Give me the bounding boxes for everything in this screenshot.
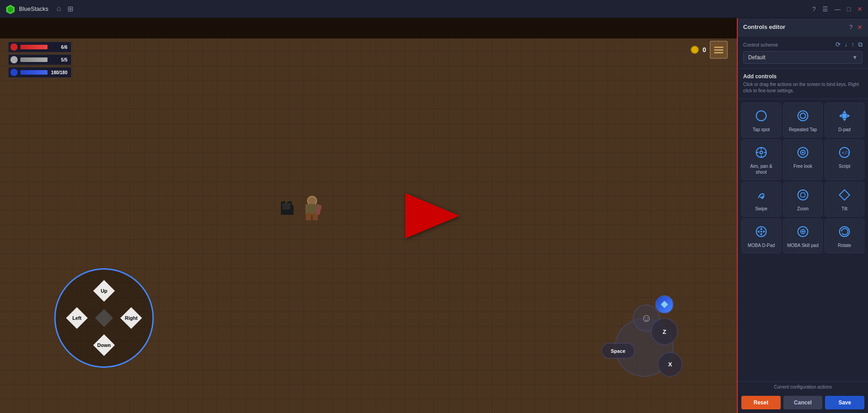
- sp-fill-container: [20, 57, 47, 62]
- free-look-icon: [795, 144, 811, 161]
- svg-marker-26: [760, 233, 763, 236]
- game-viewport: 6/6 5/5 180/180 0: [0, 18, 737, 413]
- hp-fill-container: [20, 45, 47, 49]
- controls-grid: Tap spot Repeated Tap: [738, 99, 868, 381]
- panel-help-icon[interactable]: ?: [849, 24, 853, 31]
- dpad-circle: Up Down Left Right: [54, 268, 154, 368]
- scheme-download-icon[interactable]: ↓: [844, 41, 848, 48]
- cat-character: [280, 199, 294, 218]
- svg-point-3: [756, 111, 766, 121]
- rotate-icon: [836, 223, 853, 240]
- svg-marker-9: [847, 114, 850, 118]
- svg-point-22: [798, 190, 808, 200]
- svg-text:</>: </>: [842, 150, 850, 155]
- svg-marker-8: [839, 114, 842, 118]
- app-name: BlueStacks: [19, 5, 48, 12]
- dpad-up-button[interactable]: Up: [93, 280, 115, 302]
- save-button[interactable]: Save: [825, 396, 864, 409]
- bag-line-1: [714, 47, 723, 48]
- repeated-tap-label: Repeated Tap: [789, 127, 817, 133]
- menu-button[interactable]: ☰: [822, 5, 828, 13]
- control-item-d-pad[interactable]: D-pad: [825, 103, 864, 138]
- panel-close-icon[interactable]: ✕: [857, 24, 863, 31]
- close-button[interactable]: ✕: [857, 5, 863, 13]
- svg-marker-35: [840, 230, 842, 232]
- bag-icon[interactable]: [710, 41, 728, 59]
- scheme-copy-icon[interactable]: ⧉: [858, 41, 863, 48]
- tilt-icon: [836, 187, 853, 203]
- dpad-right-button[interactable]: Right: [120, 307, 142, 329]
- hud-topleft: 6/6 5/5 180/180: [8, 42, 71, 78]
- svg-marker-2: [661, 301, 668, 308]
- action-x-button[interactable]: X: [658, 352, 683, 377]
- sp-bar: 5/5: [8, 54, 71, 65]
- aim-pan-shoot-label: Aim, pan & shoot: [745, 163, 778, 175]
- dpad-cross: Up Down Left Right: [77, 291, 131, 345]
- scheme-upload-icon[interactable]: ⟳: [835, 41, 841, 48]
- script-label: Script: [839, 163, 850, 169]
- minimize-button[interactable]: —: [835, 5, 841, 13]
- control-item-tilt[interactable]: Tilt: [825, 182, 864, 217]
- svg-point-4: [798, 111, 808, 121]
- scheme-share-icon[interactable]: ↑: [851, 41, 854, 48]
- moba-skill-icon: [795, 223, 811, 240]
- control-item-rotate[interactable]: Rotate: [825, 218, 864, 253]
- dpad-left-button[interactable]: Left: [66, 307, 88, 329]
- zoom-label: Zoom: [797, 206, 809, 212]
- help-button[interactable]: ?: [812, 5, 816, 13]
- nav-icons: ⌂ ⊞: [57, 5, 73, 13]
- svg-marker-7: [843, 119, 846, 121]
- add-controls-section: Add controls Click or drag the actions o…: [738, 69, 868, 99]
- control-item-zoom[interactable]: Zoom: [783, 182, 823, 217]
- control-item-moba-dpad[interactable]: MOBA D-Pad: [741, 218, 781, 253]
- control-item-aim-pan-shoot[interactable]: Aim, pan & shoot: [741, 139, 781, 180]
- sp-fill: [20, 57, 47, 62]
- control-item-repeated-tap[interactable]: Repeated Tap: [783, 103, 823, 138]
- svg-point-16: [760, 151, 763, 154]
- cancel-button[interactable]: Cancel: [783, 396, 823, 409]
- add-controls-title: Add controls: [743, 73, 863, 80]
- action-blue-item[interactable]: [655, 295, 674, 313]
- player-character: [304, 196, 321, 218]
- current-config-label: Current configuration actions: [738, 382, 868, 392]
- control-item-swipe[interactable]: Swipe: [741, 182, 781, 217]
- action-space-button[interactable]: Space: [601, 343, 635, 359]
- svg-marker-25: [760, 228, 763, 230]
- script-icon: </>: [836, 144, 853, 161]
- red-arrow: [405, 193, 460, 238]
- control-item-tap-spot[interactable]: Tap spot: [741, 103, 781, 138]
- arrow-shape: [405, 193, 460, 238]
- moba-skill-label: MOBA Skill pad: [787, 242, 818, 248]
- grid-icon[interactable]: ⊞: [67, 5, 73, 13]
- mp-text: 180/180: [50, 70, 67, 75]
- control-item-script[interactable]: </> Script: [825, 139, 864, 180]
- repeated-tap-icon: [795, 108, 811, 124]
- game-top-strip: [0, 18, 737, 38]
- swipe-icon: [753, 187, 769, 203]
- moba-dpad-icon: [753, 223, 769, 240]
- action-z-button[interactable]: Z: [651, 318, 678, 345]
- action-btn-container: ☺ Z Space X: [601, 295, 692, 386]
- scheme-value: Default: [748, 54, 765, 61]
- control-item-free-look[interactable]: Free look: [783, 139, 823, 180]
- coin-icon: [691, 46, 699, 54]
- control-item-moba-skill[interactable]: MOBA Skill pad: [783, 218, 823, 253]
- svg-marker-6: [843, 110, 846, 113]
- bag-line-3: [714, 52, 723, 53]
- maximize-button[interactable]: □: [847, 5, 851, 13]
- dpad-down-button[interactable]: Down: [93, 334, 115, 356]
- hp-text: 6/6: [50, 45, 67, 50]
- mana-icon: [10, 69, 18, 76]
- controls-panel-header: Controls editor ? ✕: [738, 18, 868, 36]
- action-btn-grid: ☺ Z Space X: [601, 295, 692, 386]
- rotate-label: Rotate: [838, 242, 851, 248]
- game-topright-hud: 0: [691, 41, 728, 59]
- reset-button[interactable]: Reset: [741, 396, 781, 409]
- home-icon[interactable]: ⌂: [57, 5, 61, 13]
- dpad-container[interactable]: Up Down Left Right: [54, 268, 154, 368]
- moba-dpad-label: MOBA D-Pad: [748, 242, 775, 248]
- svg-point-29: [760, 231, 762, 233]
- window-controls: ? ☰ — □ ✕: [812, 5, 863, 13]
- bag-line-2: [714, 49, 723, 51]
- scheme-dropdown[interactable]: Default ▼: [743, 51, 863, 64]
